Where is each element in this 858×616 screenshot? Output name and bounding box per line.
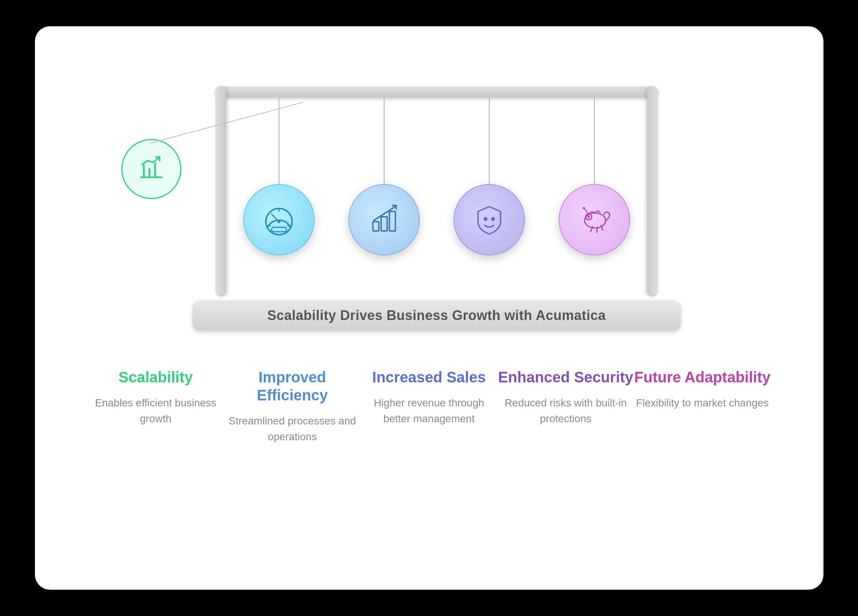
string-4 xyxy=(594,98,595,184)
shield-face-ball xyxy=(454,184,525,255)
efficiency-title: Improved Efficiency xyxy=(224,368,361,404)
shield-face-icon xyxy=(471,201,508,238)
svg-rect-13 xyxy=(389,212,395,231)
frame-right-leg xyxy=(647,86,658,297)
svg-point-19 xyxy=(583,207,585,209)
svg-point-15 xyxy=(491,217,495,221)
cradle-frame: Scalability Drives Business Growth with … xyxy=(193,86,681,331)
speedometer-icon xyxy=(260,201,298,238)
svg-point-14 xyxy=(483,217,487,221)
chameleon-icon xyxy=(576,201,613,238)
adaptability-desc: Flexibility to market changes xyxy=(636,395,769,411)
main-card: Scalability Drives Business Growth with … xyxy=(35,26,824,590)
adaptability-title: Future Adaptability xyxy=(634,368,771,386)
security-desc: Reduced risks with built-in protections xyxy=(497,395,634,427)
frame-base: Scalability Drives Business Growth with … xyxy=(193,300,681,331)
left-ball-container xyxy=(121,139,181,199)
info-efficiency: Improved Efficiency Streamlined processe… xyxy=(224,368,361,445)
svg-point-18 xyxy=(588,216,590,218)
svg-rect-10 xyxy=(272,227,286,232)
svg-point-16 xyxy=(584,213,606,228)
info-security: Enhanced Security Reduced risks with bui… xyxy=(497,368,634,445)
cradle-section: Scalability Drives Business Growth with … xyxy=(65,56,793,349)
bar-growth-ball xyxy=(348,184,420,255)
base-title: Scalability Drives Business Growth with … xyxy=(267,308,606,324)
security-title: Enhanced Security xyxy=(498,368,633,386)
sales-title: Increased Sales xyxy=(372,368,485,386)
scalability-title: Scalability xyxy=(119,368,193,386)
efficiency-desc: Streamlined processes and operations xyxy=(224,413,361,445)
svg-point-6 xyxy=(278,220,280,223)
svg-rect-12 xyxy=(381,217,387,231)
svg-rect-11 xyxy=(373,222,379,231)
frame-left-leg xyxy=(215,86,227,297)
pendulum-group-4 xyxy=(553,98,636,255)
string-1 xyxy=(278,98,279,184)
pendulum-group-2 xyxy=(343,98,426,255)
info-adaptability: Future Adaptability Flexibility to marke… xyxy=(634,368,771,445)
chameleon-ball xyxy=(559,184,630,255)
info-section: Scalability Enables efficient business g… xyxy=(65,368,793,445)
sales-desc: Higher revenue through better management xyxy=(361,395,497,427)
frame-top-bar xyxy=(215,86,658,98)
pendulum-group-1 xyxy=(238,98,320,255)
bar-growth-icon xyxy=(365,201,403,238)
balls-container xyxy=(227,98,647,282)
string-2 xyxy=(384,98,384,184)
info-scalability: Scalability Enables efficient business g… xyxy=(87,368,224,445)
string-3 xyxy=(489,98,490,184)
pendulum-group-3 xyxy=(448,98,530,255)
scalability-desc: Enables efficient business growth xyxy=(87,395,224,427)
bar-chart-up-icon xyxy=(136,154,166,184)
info-sales: Increased Sales Higher revenue through b… xyxy=(361,368,497,445)
speedometer-ball xyxy=(243,184,315,255)
scalability-ball xyxy=(121,139,181,199)
